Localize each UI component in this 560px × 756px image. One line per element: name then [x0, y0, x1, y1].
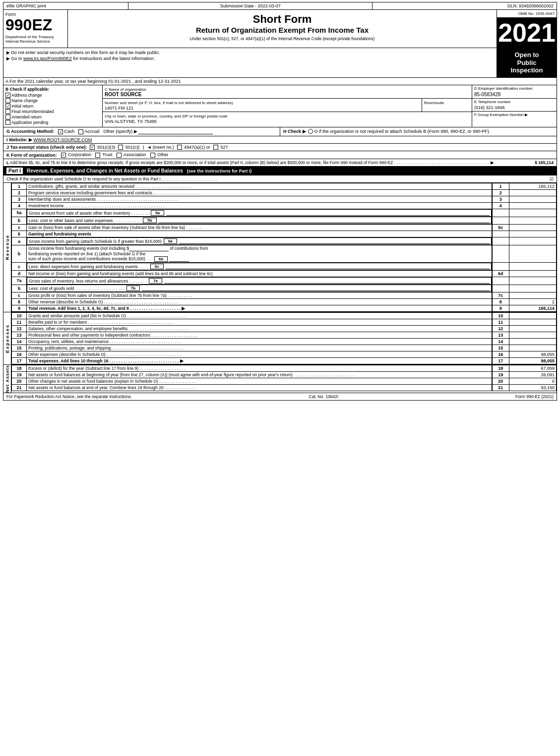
room-label: Room/suite: [424, 101, 444, 105]
bureau-label: Internal Revenue Service: [5, 39, 65, 44]
check-initial-return[interactable]: ✓ Initial return: [5, 104, 100, 109]
i-label: I Website: ▶: [6, 137, 32, 142]
app-pending-label: Application pending: [11, 120, 48, 125]
table-row: 13 Professional fees and other payments …: [12, 332, 557, 339]
paperwork-notice: For Paperwork Reduction Act Notice, see …: [6, 394, 132, 399]
table-row: 11 Benefits paid to or for members . . .…: [12, 319, 557, 326]
website-row: I Website: ▶ WWW.ROOT-SOURCE.COM: [3, 136, 557, 144]
check-address-change[interactable]: ✓ Address change: [5, 93, 100, 98]
trust-checkbox[interactable]: [95, 153, 100, 158]
city-value: VAN ALSTYNE, TX 75495: [105, 119, 157, 124]
expenses-section: Expenses 10 Grants and similar amounts p…: [3, 312, 557, 365]
check-app-pending[interactable]: Application pending: [5, 120, 100, 125]
e-label: E Telephone number: [474, 100, 555, 104]
submission-date: Submission Date - 2022-03-07: [128, 2, 373, 9]
table-row: b Gross income from fundraising events (…: [12, 245, 557, 263]
street-label: Number and street (or P. O. box, if mail…: [105, 101, 233, 105]
address-change-label: Address change: [11, 93, 42, 98]
table-row: 3 Membership dues and assessments . . . …: [12, 196, 557, 203]
check-applicable-label: B Check if applicable:: [5, 87, 100, 92]
other-org-opt[interactable]: Other: [150, 152, 169, 158]
check-amended[interactable]: Amended return: [5, 115, 100, 119]
cash-checkbox[interactable]: ✓: [58, 129, 63, 134]
app-pending-checkbox[interactable]: [5, 120, 10, 125]
efile-label: efile GRAPHIC print: [3, 2, 128, 9]
accrual-checkbox[interactable]: [78, 129, 83, 134]
city-label: City or town, state or province, country…: [105, 114, 227, 118]
part1-check-val: ☑: [550, 176, 554, 181]
org-form-row: K Form of organization: ✓ Corporation Tr…: [3, 151, 557, 159]
initial-return-checkbox[interactable]: ✓: [5, 104, 10, 109]
form-footer-label: Form 990-EZ (2021): [515, 394, 554, 399]
k-label: K Form of organization:: [6, 153, 57, 158]
name-change-label: Name change: [11, 98, 38, 103]
name-change-checkbox[interactable]: [5, 98, 10, 103]
f-label: F Group Exemption Number ▶: [474, 113, 555, 117]
part1-see: (see the instructions for Part I): [187, 169, 252, 174]
page: efile GRAPHIC print Submission Date - 20…: [0, 0, 560, 403]
expenses-side-label: Expenses: [5, 324, 10, 353]
527-checkbox[interactable]: [213, 145, 218, 150]
table-row: d Net income or (loss) from gaming and f…: [12, 271, 557, 277]
amended-checkbox[interactable]: [5, 115, 10, 119]
dln: DLN: 93492066002002: [373, 2, 557, 9]
address-change-checkbox[interactable]: ✓: [5, 93, 10, 98]
assoc-checkbox[interactable]: [117, 153, 122, 158]
year-label: 2021: [498, 20, 556, 46]
final-return-checkbox[interactable]: [5, 109, 10, 114]
notice2: ▶ Go to www.irs.gov/Form990EZ for instru…: [6, 56, 494, 61]
c-label: C Name of organization: [105, 87, 146, 92]
expenses-table: 10 Grants and similar amounts paid (list…: [11, 312, 557, 364]
table-row: 18 Excess or (deficit) for the year (Sub…: [12, 365, 557, 372]
trust-opt[interactable]: Trust: [95, 152, 113, 158]
d-label: D Employer identification number: [474, 86, 555, 91]
amended-label: Amended return: [11, 115, 42, 119]
gross-receipts-value: $ 165,114: [535, 160, 554, 165]
part1-label: Part I: [6, 168, 23, 174]
table-row: 21 Net assets or fund balances at end of…: [12, 385, 557, 391]
h-circle: [308, 129, 313, 134]
table-row: 14 Occupancy, rent, utilities, and maint…: [12, 339, 557, 345]
table-row: 6 Gaming and fundraising events: [12, 231, 557, 237]
cat-number: Cat. No. 10642I: [309, 394, 339, 399]
corp-checkbox[interactable]: ✓: [61, 153, 66, 158]
table-row: 16 Other expenses (describe in Schedule …: [12, 351, 557, 358]
501c-opt[interactable]: 501(c)(: [118, 145, 139, 150]
other-check: Other (specify) ▶: [103, 129, 213, 134]
table-row-total: 9 Total revenue. Add lines 1, 2, 3, 4, 5…: [12, 305, 557, 312]
net-assets-table: 18 Excess or (deficit) for the year (Sub…: [11, 365, 557, 391]
dept-label: Department of the Treasury: [5, 35, 65, 39]
table-row: c Gross profit or (loss) from sales of i…: [12, 292, 557, 299]
table-row: a Gross income from gaming (attach Sched…: [12, 237, 557, 245]
527-opt[interactable]: 527: [213, 145, 228, 150]
revenue-section: Revenue 1 Contributions, gifts, grants, …: [3, 183, 557, 312]
table-row: 10 Grants and similar amounts paid (list…: [12, 313, 557, 319]
table-row: 1 Contributions, gifts, grants, and simi…: [12, 183, 557, 190]
j-label: J Tax-exempt status (check only one):: [6, 145, 87, 150]
top-bar: efile GRAPHIC print Submission Date - 20…: [3, 2, 557, 10]
revenue-table: 1 Contributions, gifts, grants, and simi…: [11, 183, 557, 312]
omb-number: OMB No. 1545-0047: [497, 10, 557, 18]
final-return-label: Final return/terminated: [11, 109, 54, 114]
table-row: 19 Net assets or fund balances at beginn…: [12, 372, 557, 378]
form-title-line1: Short Form: [71, 13, 494, 26]
phone-value: (516) 321-1846: [474, 105, 555, 110]
501c3-opt[interactable]: ✓ 501(c)(3): [90, 145, 115, 150]
revenue-side-label: Revenue: [5, 234, 10, 260]
accrual-check[interactable]: Accrual: [78, 129, 99, 134]
cash-check[interactable]: ✓Cash: [58, 129, 74, 134]
4947a1-checkbox[interactable]: [177, 145, 182, 150]
table-row-total: 17 Total expenses. Add lines 10 through …: [12, 358, 557, 364]
form-subtitle: Under section 501(c), 527, or 4947(a)(1)…: [71, 36, 494, 41]
assoc-opt[interactable]: Association: [117, 152, 146, 158]
check-name-change[interactable]: Name change: [5, 98, 100, 103]
table-row: 4 Investment income . . . . . . . . . . …: [12, 203, 557, 209]
other-org-checkbox[interactable]: [150, 153, 155, 158]
check-final-return[interactable]: Final return/terminated: [5, 109, 100, 114]
street-value: 14071 FM 121: [105, 106, 133, 111]
4947a1-opt[interactable]: 4947(a)(1) or: [177, 145, 210, 150]
table-row: 15 Printing, publications, postage, and …: [12, 345, 557, 351]
501c-checkbox[interactable]: [118, 145, 123, 150]
501c3-checkbox[interactable]: ✓: [90, 145, 95, 150]
corp-opt[interactable]: ✓ Corporation: [61, 152, 92, 158]
